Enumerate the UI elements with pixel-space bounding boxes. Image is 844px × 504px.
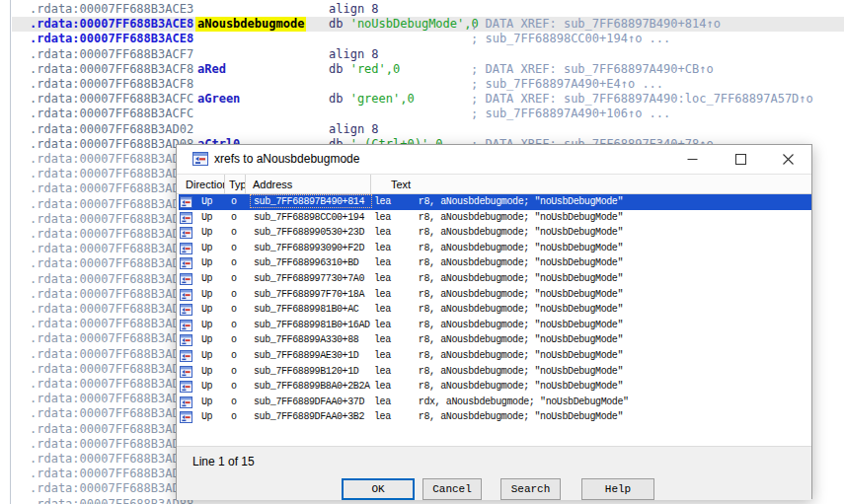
xref-text: lea r8, aNousbdebugmode; "noUsbDebugMode… xyxy=(374,194,623,210)
column-header-address[interactable]: Address xyxy=(246,175,371,194)
xref-text: lea r8, aNousbdebugmode; "noUsbDebugMode… xyxy=(374,225,623,241)
xref-text: lea r8, aNousbdebugmode; "noUsbDebugMode… xyxy=(374,318,623,333)
address-label: .rdata:00007FF688B3AD72 xyxy=(30,437,193,452)
xref-address: sub_7FF68897B490+814 xyxy=(254,194,364,210)
xref-address: sub_7FF688997730+7A0 xyxy=(254,271,364,287)
xref-row[interactable]: Uposub_7FF688993090+F2Dlea r8, aNousbdeb… xyxy=(177,241,811,256)
xref-type: o xyxy=(231,241,237,256)
xref-row[interactable]: Uposub_7FF688997F70+18Alea r8, aNousbdeb… xyxy=(177,287,811,303)
xref-comment: ; sub_7FF68897A490+106↑o ... xyxy=(471,107,670,121)
xref-row[interactable]: Uposub_7FF6889981B0+AClea r8, aNousbdebu… xyxy=(177,302,811,318)
disasm-line: .rdata:00007FF688B3ACE8aNousbdebugmodedb… xyxy=(0,17,844,32)
xref-direction: Up xyxy=(201,379,212,395)
xref-type: o xyxy=(231,210,237,226)
maximize-icon xyxy=(735,154,746,165)
minimize-icon xyxy=(687,154,698,165)
address-label: .rdata:00007FF688B3ACF8 xyxy=(30,62,193,77)
address-label: .rdata:00007FF688B3ACFC xyxy=(30,107,193,121)
column-header-direction[interactable]: Direction xyxy=(177,175,225,194)
xref-row[interactable]: Uposub_7FF688996310+BDlea r8, aNousbdebu… xyxy=(177,255,811,271)
xref-row[interactable]: Uposub_7FF6889DFAA0+3B2lea r8, aNousbdeb… xyxy=(177,409,811,425)
xrefs-window-icon xyxy=(192,152,208,171)
table-header: Direction Type Address Text xyxy=(177,174,811,194)
address-label: .rdata:00007FF688B3ACE3 xyxy=(30,2,193,17)
address-label: .rdata:00007FF688B3ACE8 xyxy=(30,32,193,46)
xref-text: lea r8, aNousbdebugmode; "noUsbDebugMode… xyxy=(374,332,623,348)
xref-row[interactable]: Uposub_7FF688990530+23Dlea r8, aNousbdeb… xyxy=(177,225,811,241)
xref-text: lea r8, aNousbdebugmode; "noUsbDebugMode… xyxy=(374,379,623,395)
listing-gutter-divider xyxy=(10,0,11,504)
minimize-button[interactable] xyxy=(670,145,715,173)
xref-type: o xyxy=(231,194,237,210)
address-label: .rdata:00007FF688B3AD28 xyxy=(30,227,193,242)
data-keyword: db xyxy=(329,92,343,107)
xref-address: sub_7FF68899AE30+1D xyxy=(254,348,358,364)
xref-type: o xyxy=(231,225,237,241)
string-literal: 'red',0 xyxy=(350,62,401,77)
maximize-button[interactable] xyxy=(719,145,763,173)
xref-comment: ; DATA XREF: sub_7FF68897A490+CB↑o xyxy=(471,62,714,77)
address-label: .rdata:00007FF688B3AD54 xyxy=(30,347,193,362)
help-button[interactable]: Help xyxy=(581,478,654,500)
xref-row[interactable]: Uposub_7FF68899B8A0+2B2Alea r8, aNousbde… xyxy=(177,379,811,395)
address-label: .rdata:00007FF688B3ACFC xyxy=(30,92,193,107)
directive: align 8 xyxy=(329,2,379,17)
disasm-line: .rdata:00007FF688B3ACE8; sub_7FF68898CC0… xyxy=(0,32,844,46)
ok-button[interactable]: OK xyxy=(342,478,415,500)
dialog-titlebar[interactable]: xrefs to aNousbdebugmode xyxy=(177,145,811,174)
xref-address: sub_7FF688993090+F2D xyxy=(254,241,364,256)
address-label: .rdata:00007FF688B3AD78 xyxy=(30,452,193,467)
xrefs-dialog: xrefs to aNousbdebugmode Direction Type … xyxy=(176,144,812,499)
xref-text: lea r8, aNousbdebugmode; "noUsbDebugMode… xyxy=(374,271,623,287)
xref-row[interactable]: Uposub_7FF68899B120+1Dlea r8, aNousbdebu… xyxy=(177,364,811,380)
xref-address: sub_7FF688997F70+18A xyxy=(254,287,364,303)
column-header-type[interactable]: Type xyxy=(225,175,246,194)
xref-row[interactable]: Uposub_7FF68899AE30+1Dlea r8, aNousbdebu… xyxy=(177,348,811,364)
xref-type: o xyxy=(231,348,237,364)
xref-address: sub_7FF6889981B0+AC xyxy=(254,302,358,318)
xref-address: sub_7FF68899B8A0+2B2A xyxy=(254,379,370,395)
xref-direction: Up xyxy=(201,409,212,425)
xref-row[interactable]: Uposub_7FF68897B490+814lea r8, aNousbdeb… xyxy=(177,194,811,210)
address-label: .rdata:00007FF688B3AD24 xyxy=(30,212,193,227)
xref-comment: ; DATA XREF: sub_7FF68897A490:loc_7FF688… xyxy=(471,92,813,107)
xref-list: Uposub_7FF68897B490+814lea r8, aNousbdeb… xyxy=(177,194,811,446)
close-icon xyxy=(783,154,794,165)
xref-direction: Up xyxy=(201,225,212,241)
address-label: .rdata:00007FF688B3AD80 xyxy=(30,481,193,496)
search-button[interactable]: Search xyxy=(500,478,561,500)
xref-text: lea rdx, aNousbdebugmode; "noUsbDebugMod… xyxy=(374,395,629,410)
xref-row[interactable]: Uposub_7FF6889DFAA0+37Dlea rdx, aNousbde… xyxy=(177,395,811,410)
xref-type: o xyxy=(231,302,237,318)
xref-row[interactable]: Uposub_7FF688997730+7A0lea r8, aNousbdeb… xyxy=(177,271,811,287)
xref-text: lea r8, aNousbdebugmode; "noUsbDebugMode… xyxy=(374,210,623,226)
xref-address: sub_7FF6889DFAA0+37D xyxy=(254,395,364,410)
xref-direction: Up xyxy=(201,271,212,287)
column-header-text[interactable]: Text xyxy=(371,175,811,194)
xref-row[interactable]: Uposub_7FF68898CC00+194lea r8, aNousbdeb… xyxy=(177,210,811,226)
xref-type: o xyxy=(231,395,237,410)
address-label: .rdata:00007FF688B3AD35 xyxy=(30,256,193,271)
xref-comment: ; DATA XREF: sub_7FF68897B490+814↑o xyxy=(471,17,721,32)
xref-row[interactable]: Uposub_7FF6889981B0+16ADlea r8, aNousbde… xyxy=(177,318,811,333)
xref-address: sub_7FF68899B120+1D xyxy=(254,364,358,380)
xref-row[interactable]: Uposub_7FF68899A330+88lea r8, aNousbdebu… xyxy=(177,332,811,348)
close-button[interactable] xyxy=(766,145,810,173)
address-label: .rdata:00007FF688B3AD78 xyxy=(30,467,193,481)
xref-direction: Up xyxy=(201,287,212,303)
cancel-button[interactable]: Cancel xyxy=(422,478,482,500)
data-keyword: db xyxy=(329,62,343,77)
disasm-line: .rdata:00007FF688B3ACFC; sub_7FF68897A49… xyxy=(0,107,844,121)
xref-text: lea r8, aNousbdebugmode; "noUsbDebugMode… xyxy=(374,348,623,364)
address-label: .rdata:00007FF688B3AD12 xyxy=(30,167,193,181)
xref-type: o xyxy=(231,409,237,425)
xref-direction: Up xyxy=(201,318,212,333)
symbol-name: aRed xyxy=(197,62,226,77)
xref-comment: ; sub_7FF68898CC00+194↑o ... xyxy=(471,32,670,46)
dialog-statusbar: Line 1 of 15 xyxy=(177,446,811,500)
xref-direction: Up xyxy=(201,302,212,318)
address-label: .rdata:00007FF688B3AD65 xyxy=(30,392,193,406)
xref-type: o xyxy=(231,364,237,380)
xref-address: sub_7FF68899A330+88 xyxy=(254,332,358,348)
status-line: Line 1 of 15 xyxy=(192,455,255,468)
